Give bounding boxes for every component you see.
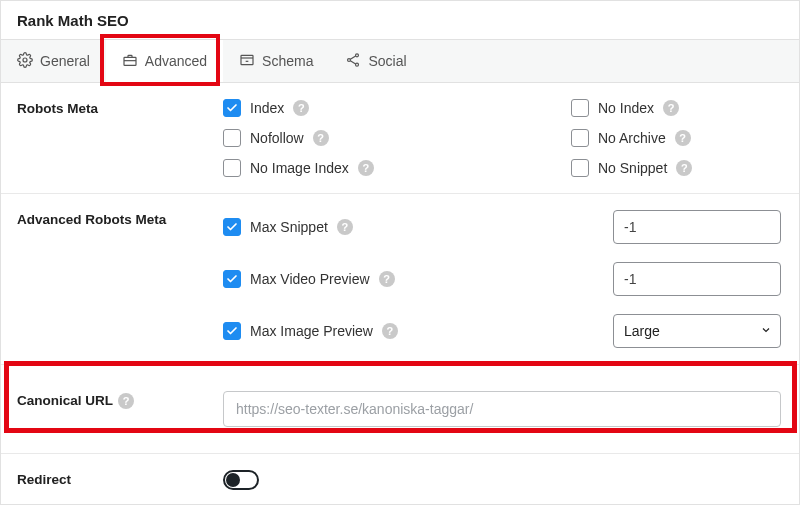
tab-schema[interactable]: Schema [223,40,329,82]
checkbox-nosnippet[interactable]: No Snippet ? [571,159,781,177]
help-icon[interactable]: ? [382,323,398,339]
section-advanced-robots: Advanced Robots Meta Max Snippet ? [1,194,799,365]
gear-icon [17,52,33,71]
tab-social[interactable]: Social [329,40,422,82]
checkbox-label: Nofollow [250,129,304,147]
svg-point-5 [356,63,359,66]
tab-general[interactable]: General [1,40,106,82]
rank-math-panel: Rank Math SEO General Advanced Schema So… [0,0,800,505]
max-snippet-input[interactable] [613,210,781,244]
checkbox-icon [571,159,589,177]
checkbox-noarchive[interactable]: No Archive ? [571,129,781,147]
section-canonical: Canonical URL ? [1,365,799,454]
section-label: Redirect [17,470,223,493]
help-icon[interactable]: ? [379,271,395,287]
toolbox-icon [122,52,138,71]
checkbox-icon [223,99,241,117]
checkbox-label: No Archive [598,129,666,147]
section-label: Advanced Robots Meta [17,210,223,348]
checkbox-icon [223,159,241,177]
checkbox-noimageindex[interactable]: No Image Index ? [223,159,571,177]
checkbox-icon [223,270,241,288]
tab-label: Social [368,53,406,69]
help-icon[interactable]: ? [118,393,134,409]
checkbox-label: Max Video Preview [250,270,370,288]
checkbox-label: Max Snippet [250,218,328,236]
schema-icon [239,52,255,71]
canonical-label-text: Canonical URL [17,393,113,408]
section-label: Robots Meta [17,99,223,177]
panel-title: Rank Math SEO [1,1,799,39]
help-icon[interactable]: ? [358,160,374,176]
section-redirect: Redirect [1,454,799,505]
svg-rect-1 [124,57,136,65]
help-icon[interactable]: ? [313,130,329,146]
share-icon [345,52,361,71]
checkbox-nofollow[interactable]: Nofollow ? [223,129,571,147]
tab-label: General [40,53,90,69]
checkbox-label: Max Image Preview [250,322,373,340]
canonical-url-input[interactable] [223,391,781,427]
checkbox-max-snippet[interactable]: Max Snippet ? [223,218,353,236]
checkbox-label: No Snippet [598,159,667,177]
tab-advanced[interactable]: Advanced [106,40,223,82]
checkbox-icon [223,218,241,236]
checkbox-icon [223,322,241,340]
checkbox-label: No Index [598,99,654,117]
redirect-toggle[interactable] [223,470,259,490]
checkbox-index[interactable]: Index ? [223,99,571,117]
section-label: Canonical URL ? [17,391,223,427]
svg-rect-2 [241,55,253,64]
checkbox-max-video[interactable]: Max Video Preview ? [223,270,395,288]
tab-label: Schema [262,53,313,69]
svg-point-0 [23,58,27,62]
help-icon[interactable]: ? [676,160,692,176]
checkbox-label: Index [250,99,284,117]
help-icon[interactable]: ? [675,130,691,146]
help-icon[interactable]: ? [293,100,309,116]
checkbox-icon [571,99,589,117]
max-video-input[interactable] [613,262,781,296]
help-icon[interactable]: ? [337,219,353,235]
svg-point-3 [356,53,359,56]
tab-label: Advanced [145,53,207,69]
checkbox-noindex[interactable]: No Index ? [571,99,781,117]
help-icon[interactable]: ? [663,100,679,116]
svg-point-4 [348,58,351,61]
section-robots-meta: Robots Meta Index ? Nofollow ? No Image … [1,83,799,194]
tab-bar: General Advanced Schema Social [1,39,799,83]
checkbox-max-image[interactable]: Max Image Preview ? [223,322,398,340]
checkbox-label: No Image Index [250,159,349,177]
checkbox-icon [223,129,241,147]
checkbox-icon [571,129,589,147]
toggle-knob [226,473,240,487]
max-image-select[interactable]: Large [613,314,781,348]
